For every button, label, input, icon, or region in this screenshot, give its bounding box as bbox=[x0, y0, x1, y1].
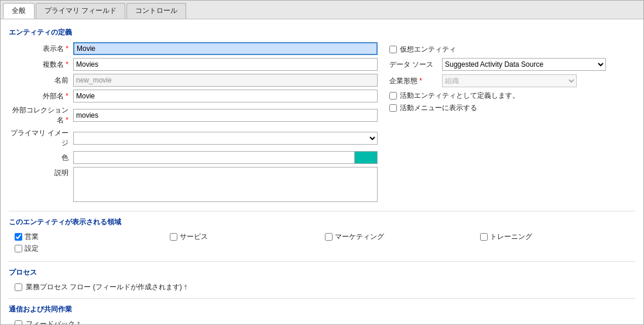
virtual-entity-checkbox[interactable] bbox=[389, 46, 397, 53]
process-label-bpf: 業務プロセス フロー (フィールドが作成されます) † bbox=[26, 282, 187, 292]
primary-image-row: プライマリ イメージ bbox=[9, 128, 378, 148]
datasource-row: データ ソース Suggested Activity Data Source bbox=[389, 58, 635, 71]
comms-items: フィードバック † メモ (添付ファイルを含む) † 活動 † bbox=[15, 319, 635, 324]
tab-general[interactable]: 全般 bbox=[3, 3, 35, 19]
domain-col-2: サービス bbox=[170, 232, 325, 255]
external-collection-row: 外部コレクション名 * bbox=[9, 105, 378, 125]
external-collection-input[interactable] bbox=[73, 109, 378, 122]
display-name-row: 表示名 * bbox=[9, 42, 378, 55]
domain-col-4: トレーニング bbox=[480, 232, 635, 255]
left-form: 表示名 * 複数名 * 名前 bbox=[9, 42, 378, 205]
external-name-label: 外部名 * bbox=[9, 91, 73, 101]
primary-image-select[interactable] bbox=[73, 132, 378, 145]
datasource-select[interactable]: Suggested Activity Data Source bbox=[442, 58, 606, 71]
process-section-title: プロセス bbox=[9, 268, 635, 278]
name-row: 名前 bbox=[9, 74, 378, 87]
domain-checkbox-service[interactable] bbox=[170, 233, 177, 241]
description-row: 説明 bbox=[9, 167, 378, 202]
domains-checkboxes: 営業 設定 サービス bbox=[15, 232, 635, 255]
domain-item-sales: 営業 bbox=[15, 232, 170, 242]
process-section: プロセス 業務プロセス フロー (フィールドが作成されます) † bbox=[9, 268, 635, 292]
comms-item-feedback: フィードバック † bbox=[15, 319, 635, 324]
color-label: 色 bbox=[9, 153, 73, 163]
external-collection-label: 外部コレクション名 * bbox=[9, 105, 73, 125]
process-item-bpf: 業務プロセス フロー (フィールドが作成されます) † bbox=[15, 282, 635, 292]
domain-label-marketing: マーケティング bbox=[335, 232, 384, 242]
plural-name-input[interactable] bbox=[73, 58, 378, 71]
domain-label-sales: 営業 bbox=[25, 232, 39, 242]
activity-entity-row: 活動エンティティとして定義します。 bbox=[389, 91, 635, 101]
plural-name-label: 複数名 * bbox=[9, 60, 73, 70]
divider-2 bbox=[9, 261, 635, 262]
content-area: エンティティの定義 表示名 * 複数名 * bbox=[1, 19, 643, 324]
plural-name-row: 複数名 * bbox=[9, 58, 378, 71]
comms-section: 通信および共同作業 フィードバック † メモ (添付ファイルを含む) † 活動 … bbox=[9, 305, 635, 324]
domain-checkbox-sales[interactable] bbox=[15, 233, 22, 241]
domain-label-settings: 設定 bbox=[25, 244, 39, 254]
right-form: 仮想エンティティ データ ソース Suggested Activity Data… bbox=[389, 42, 635, 205]
description-label: 説明 bbox=[9, 167, 73, 178]
domain-item-settings: 設定 bbox=[15, 244, 170, 254]
external-name-row: 外部名 * bbox=[9, 90, 378, 102]
tab-primary-field[interactable]: プライマリ フィールド bbox=[36, 3, 125, 19]
domain-label-service: サービス bbox=[180, 232, 208, 242]
section-entity-definition: エンティティの定義 bbox=[9, 28, 635, 37]
domain-checkbox-training[interactable] bbox=[480, 233, 488, 241]
divider-3 bbox=[9, 298, 635, 299]
datasource-label: データ ソース bbox=[389, 60, 442, 70]
color-row: 色 bbox=[9, 151, 378, 164]
domain-col-3: マーケティング bbox=[325, 232, 480, 255]
org-type-row: 企業形態 * 組織 bbox=[389, 74, 635, 87]
activity-entity-label: 活動エンティティとして定義します。 bbox=[400, 91, 519, 101]
tab-bar: 全般 プライマリ フィールド コントロール bbox=[1, 1, 643, 19]
display-name-input[interactable] bbox=[73, 42, 378, 55]
domains-section: このエンティティが表示される領域 営業 設定 bbox=[9, 217, 635, 255]
comms-label-feedback: フィードバック † bbox=[26, 319, 80, 324]
domain-item-service: サービス bbox=[170, 232, 325, 242]
domain-item-marketing: マーケティング bbox=[325, 232, 480, 242]
org-type-label: 企業形態 * bbox=[389, 76, 442, 86]
domain-label-training: トレーニング bbox=[490, 232, 532, 242]
comms-section-title: 通信および共同作業 bbox=[9, 305, 635, 314]
color-input[interactable] bbox=[73, 151, 354, 164]
activity-menu-label: 活動メニューに表示する bbox=[400, 103, 477, 113]
activity-entity-checkbox[interactable] bbox=[389, 92, 397, 100]
divider-1 bbox=[9, 211, 635, 211]
description-textarea[interactable] bbox=[73, 167, 378, 202]
color-swatch[interactable] bbox=[354, 151, 378, 164]
name-label: 名前 bbox=[9, 76, 73, 85]
domain-col-1: 営業 設定 bbox=[15, 232, 170, 255]
process-checkbox-bpf[interactable] bbox=[15, 283, 22, 291]
domain-checkbox-settings[interactable] bbox=[15, 245, 22, 252]
virtual-entity-label: 仮想エンティティ bbox=[400, 45, 456, 54]
domains-section-title: このエンティティが表示される領域 bbox=[9, 217, 635, 227]
primary-image-label: プライマリ イメージ bbox=[9, 128, 73, 148]
name-input[interactable] bbox=[73, 74, 378, 87]
org-type-select[interactable]: 組織 bbox=[442, 74, 577, 87]
virtual-entity-row: 仮想エンティティ bbox=[389, 45, 635, 54]
external-name-input[interactable] bbox=[73, 90, 378, 102]
display-name-label: 表示名 * bbox=[9, 44, 73, 54]
domain-checkbox-marketing[interactable] bbox=[325, 233, 333, 241]
activity-menu-row: 活動メニューに表示する bbox=[389, 103, 635, 113]
comms-checkbox-feedback[interactable] bbox=[15, 320, 22, 324]
tab-control[interactable]: コントロール bbox=[126, 3, 186, 19]
domain-item-training: トレーニング bbox=[480, 232, 635, 242]
activity-menu-checkbox[interactable] bbox=[389, 104, 397, 112]
